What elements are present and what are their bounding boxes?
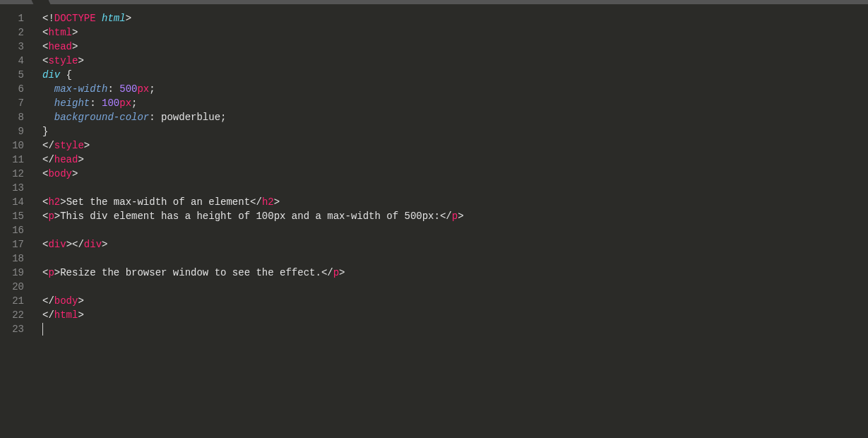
- line-number: 17: [0, 237, 24, 251]
- line-number: 5: [0, 68, 24, 82]
- code-line[interactable]: <p>Resize the browser window to see the …: [42, 266, 868, 280]
- code-line[interactable]: <body>: [42, 167, 868, 181]
- code-line[interactable]: div {: [42, 68, 868, 82]
- code-line[interactable]: <!DOCTYPE html>: [42, 11, 868, 25]
- code-line[interactable]: [42, 223, 868, 237]
- code-line[interactable]: [42, 251, 868, 266]
- code-area[interactable]: <!DOCTYPE html> <html> <head> <style> di…: [32, 4, 868, 438]
- code-line[interactable]: [42, 322, 868, 336]
- code-line[interactable]: <html>: [42, 25, 868, 40]
- line-number: 3: [0, 40, 24, 54]
- code-line[interactable]: [42, 280, 868, 294]
- line-number: 11: [0, 153, 24, 167]
- code-line[interactable]: [42, 181, 868, 195]
- code-line[interactable]: </style>: [42, 138, 868, 153]
- line-number-gutter: 1 2 3 4 5 6 7 8 9 10 11 12 13 14 15 16 1…: [0, 4, 32, 438]
- line-number: 15: [0, 209, 24, 223]
- code-line[interactable]: background-color: powderblue;: [42, 110, 868, 124]
- line-number: 21: [0, 294, 24, 308]
- line-number: 18: [0, 251, 24, 266]
- line-number: 13: [0, 181, 24, 195]
- code-line[interactable]: <h2>Set the max-width of an element</h2>: [42, 195, 868, 209]
- code-line[interactable]: </head>: [42, 153, 868, 167]
- line-number: 4: [0, 54, 24, 68]
- line-number: 16: [0, 223, 24, 237]
- code-line[interactable]: </html>: [42, 308, 868, 322]
- line-number: 7: [0, 96, 24, 110]
- code-line[interactable]: <div></div>: [42, 237, 868, 251]
- line-number: 2: [0, 25, 24, 40]
- line-number: 19: [0, 266, 24, 280]
- line-number: 12: [0, 167, 24, 181]
- line-number: 10: [0, 138, 24, 153]
- line-number: 1: [0, 11, 24, 25]
- line-number: 22: [0, 308, 24, 322]
- code-line[interactable]: }: [42, 124, 868, 138]
- code-line[interactable]: </body>: [42, 294, 868, 308]
- code-line[interactable]: <style>: [42, 54, 868, 68]
- line-number: 14: [0, 195, 24, 209]
- line-number: 20: [0, 280, 24, 294]
- code-editor[interactable]: 1 2 3 4 5 6 7 8 9 10 11 12 13 14 15 16 1…: [0, 4, 868, 438]
- code-line[interactable]: <p>This div element has a height of 100p…: [42, 209, 868, 223]
- line-number: 9: [0, 124, 24, 138]
- line-number: 8: [0, 110, 24, 124]
- line-number: 6: [0, 82, 24, 96]
- line-number: 23: [0, 322, 24, 336]
- code-line[interactable]: max-width: 500px;: [42, 82, 868, 96]
- text-cursor: [42, 323, 43, 336]
- code-line[interactable]: <head>: [42, 40, 868, 54]
- code-line[interactable]: height: 100px;: [42, 96, 868, 110]
